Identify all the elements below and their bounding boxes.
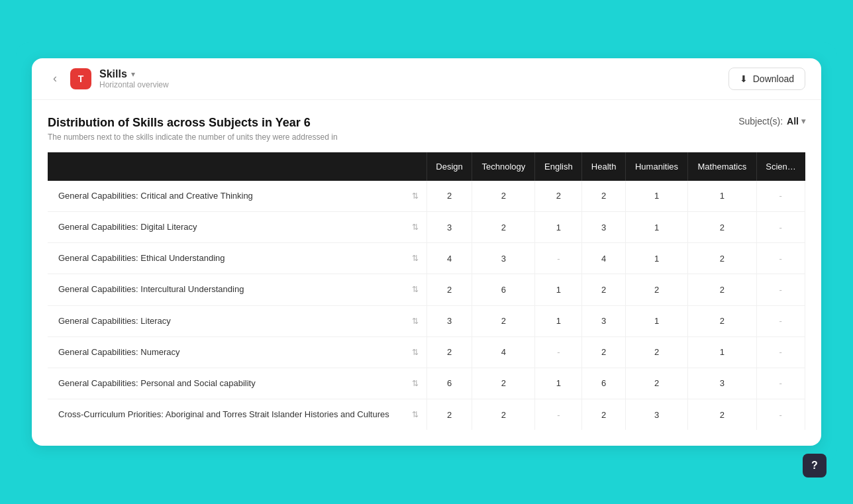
sort-icon[interactable]: ⇅ [412,285,419,294]
filter-label: Subject(s): [738,116,783,126]
data-cell: 1 [535,211,582,242]
data-cell: 2 [688,399,756,430]
data-cell: 4 [426,243,472,274]
table-row: General Capabilities: Literacy⇅321312- [48,305,805,336]
filter-dropdown[interactable]: All ▾ [787,116,805,126]
col-header-health: Health [582,152,626,181]
col-header-design: Design [426,152,472,181]
table-row: General Capabilities: Digital Literacy⇅3… [48,211,805,242]
skill-name: General Capabilities: Ethical Understand… [58,252,407,264]
table-row: General Capabilities: Personal and Socia… [48,368,805,399]
sort-icon[interactable]: ⇅ [412,254,419,263]
skill-name-cell: General Capabilities: Intercultural Unde… [48,274,426,305]
data-cell: 3 [426,211,472,242]
section-title-group: Distribution of Skills across Subjects i… [48,116,338,142]
download-label: Download [753,74,794,84]
skill-name-cell: General Capabilities: Personal and Socia… [48,368,426,399]
skill-name-cell: Cross-Curriculum Priorities: Aboriginal … [48,399,426,430]
data-cell: - [756,399,805,430]
data-cell: - [756,274,805,305]
sort-icon[interactable]: ⇅ [412,410,419,419]
data-cell: 6 [472,274,535,305]
section-header: Distribution of Skills across Subjects i… [48,116,805,142]
col-header-skill [48,152,426,181]
sort-icon[interactable]: ⇅ [412,191,419,201]
filter-value: All [787,116,799,126]
table-row: Cross-Curriculum Priorities: Aboriginal … [48,399,805,430]
data-cell: 4 [582,243,626,274]
data-cell: 1 [535,274,582,305]
filter-group: Subject(s): All ▾ [738,116,805,126]
title-chevron-icon[interactable]: ▾ [131,70,135,79]
data-cell: - [535,336,582,368]
table-row: General Capabilities: Critical and Creat… [48,181,805,212]
table-row: General Capabilities: Ethical Understand… [48,243,805,274]
data-cell: 2 [472,305,535,336]
skill-name: General Capabilities: Numeracy [58,346,407,358]
download-icon: ⬇ [740,74,748,84]
data-cell: - [756,305,805,336]
data-cell: 2 [426,336,472,368]
top-bar: ‹ T Skills ▾ Horizontal overview ⬇ Downl… [32,58,821,100]
skill-name-cell: General Capabilities: Digital Literacy⇅ [48,211,426,242]
data-cell: 2 [426,399,472,430]
table-row: General Capabilities: Intercultural Unde… [48,274,805,305]
sort-icon[interactable]: ⇅ [412,317,419,326]
skill-name: General Capabilities: Critical and Creat… [58,190,407,202]
skill-name: General Capabilities: Intercultural Unde… [58,283,407,295]
skill-name: Cross-Curriculum Priorities: Aboriginal … [58,409,407,421]
data-cell: 3 [472,243,535,274]
data-cell: 2 [472,181,535,212]
col-header-technology: Technology [472,152,535,181]
data-cell: 2 [472,399,535,430]
data-cell: 6 [426,368,472,399]
data-cell: 2 [582,181,626,212]
sort-icon[interactable]: ⇅ [412,379,419,388]
data-cell: 2 [625,336,687,368]
sort-icon[interactable]: ⇅ [412,223,419,232]
data-cell: 1 [625,181,687,212]
data-cell: 1 [535,305,582,336]
main-card: ‹ T Skills ▾ Horizontal overview ⬇ Downl… [32,58,821,446]
title-row: Skills ▾ [99,68,169,80]
data-cell: 2 [688,305,756,336]
filter-chevron-icon: ▾ [801,117,805,126]
outer-background: ‹ T Skills ▾ Horizontal overview ⬇ Downl… [16,42,837,462]
subtitle: Horizontal overview [99,80,169,89]
data-cell: 3 [582,305,626,336]
sort-icon[interactable]: ⇅ [412,348,419,357]
data-cell: - [756,243,805,274]
data-cell: 3 [426,305,472,336]
data-cell: 1 [688,336,756,368]
data-cell: 2 [582,274,626,305]
data-cell: 2 [688,211,756,242]
data-cell: 2 [472,211,535,242]
section-description: The numbers next to the skills indicate … [48,132,338,142]
data-cell: 3 [688,368,756,399]
col-header-science: Scien… [756,152,805,181]
help-button[interactable]: ? [803,454,827,478]
skill-name: General Capabilities: Digital Literacy [58,221,407,233]
back-button[interactable]: ‹ [48,69,62,88]
table-row: General Capabilities: Numeracy⇅24-221- [48,336,805,368]
data-cell: 2 [688,243,756,274]
skill-name-cell: General Capabilities: Critical and Creat… [48,181,426,212]
app-icon: T [70,68,91,89]
data-cell: 2 [426,274,472,305]
data-cell: 1 [688,181,756,212]
col-header-english: English [535,152,582,181]
download-button[interactable]: ⬇ Download [728,68,805,90]
data-cell: 2 [472,368,535,399]
data-cell: - [756,368,805,399]
skill-name-cell: General Capabilities: Numeracy⇅ [48,336,426,368]
data-cell: 2 [582,399,626,430]
data-cell: 1 [535,368,582,399]
col-header-humanities: Humanities [625,152,687,181]
data-cell: 3 [625,399,687,430]
data-cell: - [535,399,582,430]
data-cell: 2 [688,274,756,305]
data-cell: 1 [625,305,687,336]
skills-table: Design Technology English Health Humanit… [48,152,805,430]
skill-name: General Capabilities: Literacy [58,315,407,327]
data-cell: 2 [426,181,472,212]
